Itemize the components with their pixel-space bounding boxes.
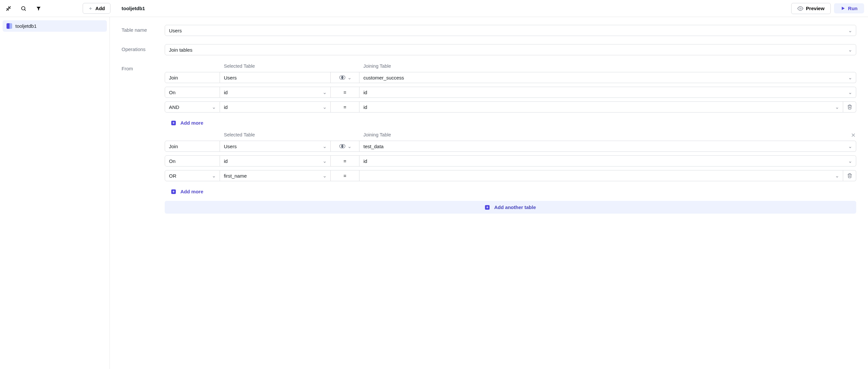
- chevron-down-icon: [212, 105, 216, 109]
- preview-button-label: Preview: [806, 5, 825, 11]
- plus-icon: [88, 6, 93, 11]
- join-type-cell: Join: [165, 141, 220, 152]
- add-more-label: Add more: [180, 189, 203, 194]
- on-left-select[interactable]: id: [220, 87, 331, 98]
- add-more-condition-button[interactable]: + Add more: [165, 185, 856, 201]
- chevron-down-icon: [323, 105, 327, 109]
- condition-op-cell: =: [331, 102, 360, 113]
- add-another-table-button[interactable]: + Add another table: [165, 201, 856, 214]
- collapse-icon[interactable]: [4, 4, 13, 13]
- svg-point-4: [800, 7, 801, 9]
- condition-left-select[interactable]: id: [220, 102, 331, 113]
- chevron-down-icon: [848, 76, 852, 80]
- trash-icon: [847, 104, 852, 110]
- venn-icon: [339, 144, 346, 148]
- add-another-label: Add another table: [494, 204, 536, 210]
- table-name-select[interactable]: Users: [165, 25, 856, 36]
- condition-op-cell: =: [331, 170, 360, 181]
- sidebar-item-database[interactable]: tooljetdb1: [3, 20, 107, 32]
- plus-icon: +: [171, 121, 176, 125]
- join-kind-select[interactable]: [331, 72, 360, 83]
- operations-select[interactable]: Join tables: [165, 44, 856, 55]
- svg-point-0: [22, 6, 25, 10]
- from-label: From: [122, 63, 165, 214]
- chevron-down-icon: [323, 145, 327, 148]
- add-more-condition-button[interactable]: + Add more: [165, 116, 856, 132]
- joining-table-select[interactable]: customer_success: [360, 72, 856, 83]
- joining-table-header: Joining Table: [360, 63, 856, 69]
- join-kind-select[interactable]: [331, 141, 360, 152]
- operations-label: Operations: [122, 44, 165, 55]
- join-type-cell: Join: [165, 72, 220, 83]
- selected-table-header: Selected Table: [220, 132, 331, 137]
- eye-icon: [798, 5, 803, 11]
- delete-condition-button[interactable]: [843, 170, 856, 181]
- chevron-down-icon: [348, 145, 351, 148]
- chevron-down-icon: [835, 105, 839, 109]
- close-icon: [850, 132, 856, 138]
- chevron-down-icon: [348, 76, 351, 80]
- chevron-down-icon: [323, 159, 327, 163]
- on-label-cell: On: [165, 155, 220, 167]
- play-icon: [841, 6, 845, 11]
- trash-icon: [847, 173, 852, 178]
- search-icon[interactable]: [19, 4, 28, 13]
- operations-value: Join tables: [169, 47, 192, 53]
- add-button[interactable]: Add: [83, 3, 111, 14]
- chevron-down-icon: [835, 174, 839, 178]
- preview-button[interactable]: Preview: [791, 3, 831, 14]
- condition-right-select[interactable]: [360, 170, 843, 181]
- chevron-down-icon: [848, 91, 852, 94]
- add-button-label: Add: [95, 5, 105, 11]
- add-more-label: Add more: [180, 120, 203, 125]
- condition-left-select[interactable]: first_name: [220, 170, 331, 181]
- svg-line-1: [25, 9, 26, 11]
- chevron-down-icon: [848, 48, 852, 52]
- remove-join-button[interactable]: [850, 132, 856, 138]
- chevron-down-icon: [212, 174, 216, 178]
- condition-right-select[interactable]: id: [360, 102, 843, 113]
- joining-table-header: Joining Table: [360, 132, 856, 137]
- chevron-down-icon: [848, 29, 852, 32]
- run-button[interactable]: Run: [834, 3, 864, 13]
- venn-icon: [339, 75, 346, 80]
- database-icon: [6, 23, 12, 29]
- on-left-select[interactable]: id: [220, 155, 331, 167]
- on-right-select[interactable]: id: [360, 155, 856, 167]
- on-label-cell: On: [165, 87, 220, 98]
- filter-icon[interactable]: [34, 4, 43, 13]
- chevron-down-icon: [848, 159, 852, 163]
- chevron-down-icon: [848, 145, 852, 148]
- page-title: tooljetdb1: [114, 5, 791, 11]
- condition-operator-select[interactable]: AND: [165, 102, 220, 113]
- plus-icon: +: [485, 205, 490, 210]
- plus-icon: +: [171, 190, 176, 194]
- chevron-down-icon: [323, 91, 327, 94]
- condition-operator-select[interactable]: OR: [165, 170, 220, 181]
- table-name-label: Table name: [122, 25, 165, 36]
- on-right-select[interactable]: id: [360, 87, 856, 98]
- on-operator-cell: =: [331, 87, 360, 98]
- selected-table-select[interactable]: Users: [220, 141, 331, 152]
- selected-table-cell: Users: [220, 72, 331, 83]
- delete-condition-button[interactable]: [843, 102, 856, 113]
- selected-table-header: Selected Table: [220, 63, 331, 69]
- run-button-label: Run: [848, 5, 858, 11]
- on-operator-cell: =: [331, 155, 360, 167]
- sidebar-item-label: tooljetdb1: [16, 23, 37, 29]
- table-name-value: Users: [169, 28, 182, 33]
- chevron-down-icon: [323, 174, 327, 178]
- sidebar: tooljetdb1: [0, 17, 110, 369]
- joining-table-select[interactable]: test_data: [360, 141, 856, 152]
